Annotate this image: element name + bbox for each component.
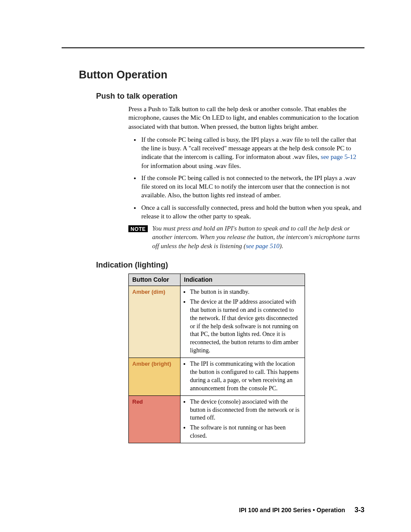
- bullet-list: If the console PC being called is busy, …: [140, 135, 364, 221]
- bullet-item: If the console PC being called is not co…: [140, 174, 364, 200]
- table-header-row: Button Color Indication: [129, 274, 305, 286]
- cell-point: The IPI is communicating with the locati…: [190, 360, 301, 393]
- cell-point: The device at the IP address associated …: [190, 298, 301, 355]
- indication-cell: The IPI is communicating with the locati…: [181, 358, 305, 396]
- color-cell-amber-dim: Amber (dim): [129, 286, 181, 358]
- table-row: Amber (dim) The button is in standby. Th…: [129, 286, 305, 358]
- indication-table-wrap: Button Color Indication Amber (dim) The …: [128, 274, 364, 443]
- cell-point: The device (console) associated with the…: [190, 398, 301, 423]
- note-post: ).: [280, 243, 283, 249]
- intro-text: Press a Push to Talk button to call the …: [128, 105, 364, 131]
- bullet-item: If the console PC being called is busy, …: [140, 135, 364, 170]
- cell-list: The IPI is communicating with the locati…: [184, 360, 301, 393]
- heading-1: Button Operation: [79, 68, 364, 82]
- page-footer: IPI 100 and IPI 200 Series • Operation 3…: [239, 505, 364, 515]
- col-header-indication: Indication: [181, 274, 305, 286]
- table-row: Red The device (console) associated with…: [129, 395, 305, 443]
- indication-cell: The button is in standby. The device at …: [181, 286, 305, 358]
- page-number: 3-3: [355, 506, 364, 513]
- indication-cell: The device (console) associated with the…: [181, 395, 305, 443]
- page-link[interactable]: see page 5-12: [321, 153, 356, 160]
- spacer: [47, 250, 364, 260]
- cell-list: The device (console) associated with the…: [184, 398, 301, 440]
- bullet-text-post: for information about using .wav files.: [141, 162, 241, 169]
- page-content: Button Operation Push to talk operation …: [0, 0, 411, 469]
- intro-paragraph: Press a Push to Talk button to call the …: [128, 105, 364, 131]
- heading-indication: Indication (lighting): [96, 260, 364, 270]
- bullet-item: Once a call is successfully connected, p…: [140, 203, 364, 221]
- heading-push-to-talk: Push to talk operation: [96, 91, 364, 101]
- col-header-color: Button Color: [129, 274, 181, 286]
- header-rule: [62, 47, 364, 48]
- note-block: NOTE You must press and hold an IPI's bu…: [128, 224, 364, 250]
- footer-text: IPI 100 and IPI 200 Series • Operation: [239, 507, 345, 513]
- bullet-text-pre: If the console PC being called is not co…: [141, 174, 356, 199]
- page-link[interactable]: see page 510: [246, 243, 279, 249]
- bullet-text-pre: Once a call is successfully connected, p…: [141, 204, 361, 220]
- note-badge: NOTE: [128, 225, 148, 232]
- color-cell-amber-bright: Amber (bright): [129, 358, 181, 396]
- cell-point: The software is not running or has been …: [190, 424, 301, 440]
- table-row: Amber (bright) The IPI is communicating …: [129, 358, 305, 396]
- color-cell-red: Red: [129, 395, 181, 443]
- indication-table: Button Color Indication Amber (dim) The …: [128, 274, 305, 443]
- cell-list: The button is in standby. The device at …: [184, 288, 301, 355]
- cell-point: The button is in standby.: [190, 288, 301, 296]
- note-text: You must press and hold an IPI's button …: [152, 224, 364, 250]
